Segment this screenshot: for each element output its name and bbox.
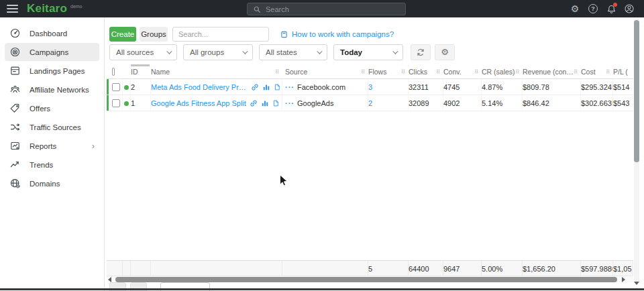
groups-filter-dropdown[interactable]: All groups (183, 44, 253, 60)
global-search-input[interactable] (266, 5, 400, 13)
drag-handle-icon[interactable]: ⠿ (275, 69, 279, 75)
topbar-icons: ⚙ ? (570, 0, 635, 17)
flows-link[interactable]: 3 (368, 83, 372, 91)
scroll-right-arrow-icon[interactable] (622, 277, 625, 282)
refresh-button[interactable] (411, 44, 431, 60)
column-header-id[interactable]: ID (131, 64, 151, 79)
scroll-left-arrow-icon[interactable] (108, 277, 111, 282)
horizontal-scrollbar[interactable] (107, 276, 633, 282)
guide-book-icon (280, 31, 288, 38)
vertical-scrollbar[interactable] (634, 19, 639, 282)
settings-icon[interactable]: ⚙ (570, 3, 580, 14)
table-row[interactable]: 2 Meta Ads Food Delivery Promo ··· Faceb… (107, 79, 633, 95)
table-row[interactable]: 1 Google Ads Fitness App Split ··· Googl… (107, 95, 633, 111)
cell-revenue: $846.42 (523, 95, 581, 111)
states-filter-dropdown[interactable]: All states (259, 44, 327, 60)
domains-icon (9, 178, 21, 189)
campaign-notes-icon[interactable] (274, 83, 282, 91)
chevron-down-icon (242, 48, 248, 54)
logo-demo-badge: demo (70, 4, 83, 9)
sidebar-item-label: Domains (30, 180, 60, 188)
chevron-down-icon (166, 48, 172, 54)
horizontal-scrollbar-thumb[interactable] (115, 277, 617, 282)
column-header-cr[interactable]: CR (sales)⠿ (482, 64, 523, 79)
column-header-clicks[interactable]: Clicks⠿ (409, 64, 443, 79)
campaign-stats-icon[interactable] (262, 83, 270, 91)
help-icon[interactable]: ? (588, 3, 598, 14)
cell-pl: $514 (613, 79, 633, 95)
column-header-flows[interactable]: Flows⠿ (368, 64, 409, 79)
cell-conv: 4902 (443, 95, 482, 111)
cell-cr: 5.14% (482, 95, 523, 111)
column-header-name[interactable]: Name⠿ (151, 64, 282, 79)
menu-icon[interactable] (7, 5, 18, 13)
column-header-pl[interactable]: P/L ( (613, 64, 633, 79)
scroll-down-arrow-icon[interactable] (634, 282, 639, 285)
create-button[interactable]: Create (109, 27, 136, 42)
drag-handle-icon[interactable]: ⠿ (436, 69, 440, 75)
user-profile-icon[interactable] (624, 3, 635, 14)
totals-clicks: 64400 (409, 261, 443, 277)
help-link[interactable]: How to work with campaigns? (280, 30, 394, 38)
drag-handle-icon[interactable]: ⠿ (361, 69, 365, 75)
totals-name (151, 261, 282, 277)
row-checkbox[interactable] (112, 83, 120, 91)
table-settings-button[interactable]: ⚙ (435, 44, 455, 60)
column-header-source[interactable]: Source⠿ (282, 64, 368, 79)
drag-handle-icon[interactable]: ⠿ (474, 69, 478, 75)
sidebar-item-label: Dashboard (30, 30, 67, 38)
totals-pl: $1,05 (613, 261, 633, 277)
cell-conv: 4745 (443, 79, 482, 95)
campaign-link-icon[interactable] (250, 99, 258, 107)
notifications-bell-icon[interactable] (606, 3, 616, 14)
drag-handle-icon[interactable]: ⠿ (574, 69, 578, 75)
drag-handle-icon[interactable]: ⠿ (515, 69, 519, 75)
sidebar-item-offers[interactable]: Offers (5, 99, 99, 117)
campaigns-icon (9, 46, 21, 58)
sidebar-item-trends[interactable]: Trends (5, 156, 99, 174)
cell-clicks: 32089 (409, 95, 443, 111)
drag-handle-icon[interactable]: ⠿ (401, 69, 405, 75)
sidebar-item-label: Affiliate Networks (30, 86, 89, 94)
totals-conv: 9647 (443, 261, 482, 277)
cell-cost: $302.6635 (581, 95, 613, 111)
app-logo[interactable]: Keitaro demo (27, 2, 83, 15)
cell-id: 1 (131, 95, 151, 111)
global-search[interactable] (247, 3, 406, 15)
campaign-stats-icon[interactable] (261, 99, 269, 107)
campaign-link-icon[interactable] (251, 83, 259, 91)
sidebar-item-reports[interactable]: Reports › (5, 137, 99, 155)
groups-button[interactable]: Groups (140, 27, 168, 42)
sidebar-item-campaigns[interactable]: Campaigns (5, 43, 99, 61)
select-all-checkbox[interactable] (112, 68, 115, 76)
row-checkbox[interactable] (112, 99, 120, 107)
column-header-cost[interactable]: Cost⠿ (581, 64, 613, 79)
sidebar: Dashboard Campaigns Landings Pages Affil… (0, 17, 105, 291)
date-range-dropdown[interactable]: Today (333, 44, 403, 60)
flows-link[interactable]: 2 (368, 99, 372, 107)
vertical-scrollbar-thumb[interactable] (634, 20, 639, 162)
sidebar-item-landings-pages[interactable]: Landings Pages (5, 62, 99, 80)
drag-handle-icon[interactable]: ⠿ (606, 69, 610, 75)
campaign-name-link[interactable]: Google Ads Fitness App Split (151, 99, 246, 107)
cell-id: 2 (131, 79, 151, 95)
sidebar-item-domains[interactable]: Domains (5, 174, 99, 192)
sidebar-item-affiliate-networks[interactable]: Affiliate Networks (5, 80, 99, 99)
campaign-name-link[interactable]: Meta Ads Food Delivery Promo (151, 83, 248, 91)
column-header-conv[interactable]: Conv.⠿ (443, 64, 482, 79)
more-actions-icon[interactable]: ··· (285, 83, 294, 91)
source-name: GoogleAds (297, 99, 333, 107)
offers-icon (9, 103, 21, 114)
sidebar-item-traffic-sources[interactable]: Traffic Sources (5, 118, 99, 136)
reports-icon (9, 140, 21, 152)
cell-clicks: 32311 (409, 79, 443, 95)
sources-filter-dropdown[interactable]: All sources (109, 44, 177, 60)
sidebar-item-dashboard[interactable]: Dashboard (5, 24, 99, 42)
campaigns-search-input[interactable] (172, 27, 269, 42)
chevron-down-icon (317, 48, 322, 54)
cell-cost: $295.3245 (581, 79, 613, 95)
column-header-revenue[interactable]: Revenue (con…⠿ (523, 64, 581, 79)
more-actions-icon[interactable]: ··· (285, 99, 294, 107)
campaign-notes-icon[interactable] (272, 99, 280, 107)
totals-revenue: $1,656.20 (523, 261, 581, 277)
